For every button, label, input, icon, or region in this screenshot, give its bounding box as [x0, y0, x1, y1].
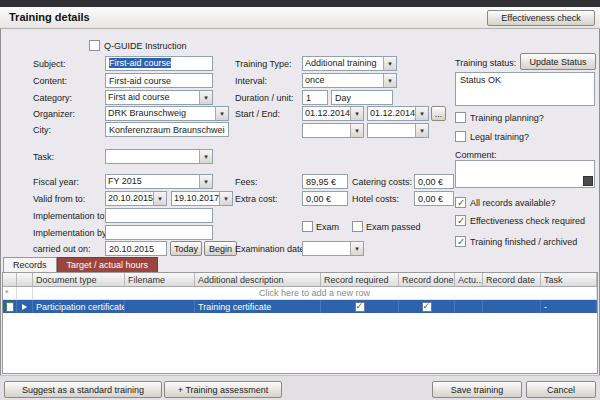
- chevron-down-icon[interactable]: [153, 192, 166, 205]
- chevron-down-icon[interactable]: [199, 91, 212, 104]
- today-button[interactable]: Today: [170, 241, 202, 256]
- category-value: First aid course: [106, 91, 199, 104]
- current-row-arrow-icon: [22, 304, 27, 310]
- record-done-checkbox[interactable]: [422, 302, 432, 312]
- start-end-label: Start / End:: [235, 109, 280, 119]
- hotel-costs-label: Hotel costs:: [352, 194, 399, 204]
- training-status-label: Training status:: [455, 58, 516, 68]
- chevron-down-icon[interactable]: [383, 74, 396, 87]
- duration-unit-input[interactable]: [331, 90, 393, 105]
- titlebar: Training details Effectiveness check: [0, 7, 600, 29]
- valid-to-value: 19.10.2017: [172, 192, 219, 205]
- legal-training-checkbox[interactable]: [455, 131, 466, 142]
- tab-bar: Records Target / actual hours: [3, 257, 158, 273]
- implementation-by-label: Implementation by:: [33, 228, 109, 238]
- fiscal-year-combo[interactable]: FY 2015: [105, 174, 213, 189]
- examination-date-value: [303, 242, 350, 255]
- training-type-combo[interactable]: Additional training: [302, 56, 397, 71]
- chevron-down-icon[interactable]: [383, 57, 396, 70]
- catering-costs-input[interactable]: [414, 174, 454, 189]
- header-actual[interactable]: Actu...: [455, 273, 483, 286]
- qguide-checkbox[interactable]: [89, 40, 100, 51]
- catering-costs-label: Catering costs:: [352, 177, 412, 187]
- comment-expand-button[interactable]: [583, 176, 593, 186]
- effectiveness-check-required-label: Effectiveness check required: [470, 216, 585, 226]
- city-input[interactable]: [105, 122, 229, 137]
- header-record-done[interactable]: Record done: [399, 273, 455, 286]
- training-type-label: Training Type:: [235, 59, 292, 69]
- header-record-required[interactable]: Record required: [321, 273, 399, 286]
- carried-out-date-input[interactable]: [105, 241, 167, 256]
- extra-cost-input[interactable]: [302, 191, 348, 206]
- content-input[interactable]: [105, 73, 213, 88]
- chevron-down-icon[interactable]: [350, 242, 363, 255]
- hotel-costs-input[interactable]: [414, 191, 454, 206]
- implementation-by-input[interactable]: [105, 225, 213, 240]
- window-top-edge: [0, 0, 600, 7]
- chevron-down-icon[interactable]: [199, 175, 212, 188]
- all-records-available-checkbox[interactable]: [455, 197, 466, 208]
- header-task[interactable]: Task: [541, 273, 597, 286]
- chevron-down-icon[interactable]: [350, 107, 363, 120]
- effectiveness-check-button[interactable]: Effectiveness check: [487, 10, 595, 26]
- exam-passed-checkbox[interactable]: [352, 221, 363, 232]
- duration-input[interactable]: [302, 90, 328, 105]
- header-additional-description[interactable]: Additional description: [195, 273, 321, 286]
- valid-from-date[interactable]: 20.10.2015: [105, 191, 167, 206]
- comment-textarea[interactable]: [455, 160, 595, 188]
- start-time-combo[interactable]: [302, 123, 364, 138]
- end-date-combo[interactable]: 01.12.2014: [367, 106, 429, 121]
- record-required-checkbox[interactable]: [355, 302, 365, 312]
- tab-records[interactable]: Records: [3, 257, 57, 273]
- category-combo[interactable]: First aid course: [105, 90, 213, 105]
- duration-unit-label: Duration / unit:: [235, 93, 294, 103]
- implementation-to-label: Implementation to:: [33, 211, 107, 221]
- chevron-down-icon[interactable]: [219, 192, 232, 205]
- more-dates-button[interactable]: ...: [431, 106, 446, 121]
- exam-checkbox[interactable]: [302, 221, 313, 232]
- fees-input[interactable]: [302, 174, 348, 189]
- valid-to-date[interactable]: 19.10.2017: [171, 191, 233, 206]
- cancel-button[interactable]: Cancel: [526, 381, 596, 398]
- content-label: Content:: [33, 76, 67, 86]
- end-date-value: 01.12.2014: [368, 107, 415, 120]
- training-planning-checkbox[interactable]: [455, 112, 466, 123]
- header-document-type[interactable]: Document type: [33, 273, 125, 286]
- start-date-value: 01.12.2014: [303, 107, 350, 120]
- interval-combo[interactable]: once: [302, 73, 397, 88]
- chevron-down-icon[interactable]: [350, 124, 363, 137]
- chevron-down-icon[interactable]: [415, 124, 428, 137]
- training-finished-archived-checkbox[interactable]: [455, 236, 466, 247]
- cell-actual: [455, 300, 483, 313]
- begin-button[interactable]: Begin: [204, 241, 237, 256]
- header-filename[interactable]: Filename: [125, 273, 195, 286]
- organizer-combo[interactable]: DRK Braunschweig: [105, 106, 229, 121]
- start-date-combo[interactable]: 01.12.2014: [302, 106, 364, 121]
- start-time-value: [303, 124, 350, 137]
- task-combo[interactable]: [105, 149, 213, 164]
- effectiveness-check-required-checkbox[interactable]: [455, 215, 466, 226]
- chevron-down-icon[interactable]: [415, 107, 428, 120]
- table-header-row: Document type Filename Additional descri…: [3, 273, 597, 287]
- exam-passed-label: Exam passed: [366, 222, 421, 232]
- tab-target-actual-hours[interactable]: Target / actual hours: [57, 257, 159, 273]
- implementation-to-input[interactable]: [105, 208, 213, 223]
- training-assessment-button[interactable]: + Training assessment: [164, 381, 282, 398]
- update-status-button[interactable]: Update Status: [520, 53, 596, 70]
- document-icon: [6, 302, 14, 312]
- subject-input[interactable]: First-aid course: [105, 56, 213, 71]
- chevron-down-icon[interactable]: [199, 150, 212, 163]
- task-value: [106, 150, 199, 163]
- records-table: Document type Filename Additional descri…: [2, 272, 598, 374]
- examination-date-combo[interactable]: [302, 241, 364, 256]
- chevron-down-icon[interactable]: [215, 107, 228, 120]
- new-row-hint: Click here to add a new row: [33, 287, 597, 299]
- suggest-standard-training-button[interactable]: Suggest as a standard training: [4, 381, 162, 398]
- save-training-button[interactable]: Save training: [432, 381, 522, 398]
- end-time-value: [368, 124, 415, 137]
- new-row[interactable]: * Click here to add a new row: [3, 287, 597, 300]
- header-record-date[interactable]: Record date: [483, 273, 541, 286]
- record-row[interactable]: Participation certificate Training certi…: [3, 300, 597, 313]
- end-time-combo[interactable]: [367, 123, 429, 138]
- new-row-marker: *: [3, 287, 17, 299]
